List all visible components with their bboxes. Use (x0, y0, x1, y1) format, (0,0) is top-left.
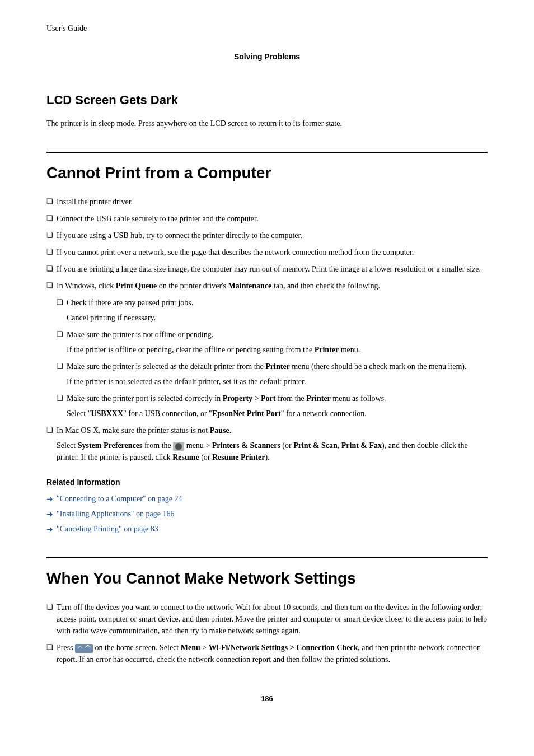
related-heading: Related Information (46, 477, 488, 488)
bold-text: Resume Printer (212, 453, 265, 461)
text: Select (57, 441, 78, 450)
list-item: If you are using a USB hub, try to conne… (46, 230, 488, 241)
bold-text: EpsonNet Print Port (212, 409, 281, 418)
text: menu. (339, 346, 360, 354)
text: . (229, 426, 232, 435)
bold-text: Wi-Fi/Network Settings > Connection Chec… (209, 643, 358, 652)
apple-menu-icon (173, 442, 184, 451)
section1-heading: LCD Screen Gets Dark (46, 91, 488, 109)
text: menu as follows. (331, 394, 386, 403)
section2-list: Install the printer driver. Connect the … (46, 196, 488, 463)
list-item: Make sure the printer is not offline or … (57, 329, 488, 356)
text: Make sure the printer port is selected c… (67, 394, 223, 403)
list-item: Make sure the printer is selected as the… (57, 361, 488, 388)
related-list: "Connecting to a Computer" on page 24 "I… (46, 493, 488, 535)
bold-text: Port (261, 394, 275, 403)
list-item: In Mac OS X, make sure the printer statu… (46, 424, 488, 463)
sub-text: Select System Preferences from the menu … (57, 440, 488, 463)
list-item: Check if there are any paused print jobs… (57, 297, 488, 324)
list-item: If you are printing a large data size im… (46, 263, 488, 275)
bold-text: Resume (172, 453, 199, 461)
text: from the (142, 441, 173, 450)
sub-text: Cancel printing if necessary. (67, 312, 488, 324)
related-link-item: "Connecting to a Computer" on page 24 (46, 493, 488, 505)
bold-text: Print & Fax (341, 441, 382, 450)
list-item: If you cannot print over a network, see … (46, 246, 488, 258)
related-link[interactable]: "Connecting to a Computer" on page 24 (57, 494, 182, 503)
text: menu (there should be a check mark on th… (290, 362, 467, 371)
list-item: Turn off the devices you want to connect… (46, 601, 488, 637)
section1-body: The printer is in sleep mode. Press anyw… (46, 118, 488, 129)
bold-text: Printer (265, 362, 290, 371)
text: > (200, 643, 209, 652)
text: (or (199, 453, 212, 461)
text: on the home screen. Select (93, 643, 181, 652)
related-link-item: "Installing Applications" on page 166 (46, 508, 488, 520)
text: If the printer is offline or pending, cl… (67, 346, 315, 354)
section3-list: Turn off the devices you want to connect… (46, 601, 488, 665)
text: ). (265, 453, 269, 461)
bold-text: USBXXX (91, 409, 123, 418)
text: Make sure the printer is not offline or … (67, 330, 213, 339)
list-item: Press on the home screen. Select Menu > … (46, 642, 488, 665)
list-item: Make sure the printer port is selected c… (57, 393, 488, 419)
section3-heading: When You Cannot Make Network Settings (46, 557, 488, 590)
related-link[interactable]: "Canceling Printing" on page 83 (57, 525, 158, 533)
text: In Mac OS X, make sure the printer statu… (57, 426, 210, 435)
sub-text: If the printer is offline or pending, cl… (67, 344, 488, 356)
text: " for a network connection. (281, 409, 367, 418)
header-center: Solving Problems (46, 51, 488, 63)
bold-text: Printers & Scanners (212, 441, 280, 450)
inner-list: Check if there are any paused print jobs… (57, 297, 488, 419)
bold-text: Pause (210, 426, 229, 435)
text: In Windows, click (57, 282, 116, 290)
text: Select " (67, 409, 91, 418)
text: from the (275, 394, 306, 403)
text: " for a USB connection, or " (123, 409, 212, 418)
text: , (338, 441, 341, 450)
text: menu > (184, 441, 212, 450)
text: Press (57, 643, 75, 652)
bold-text: Print & Scan (293, 441, 338, 450)
bold-text: Printer (306, 394, 331, 403)
list-item: In Windows, click Print Queue on the pri… (46, 280, 488, 419)
bold-text: Printer (315, 346, 339, 354)
page-number: 186 (46, 693, 488, 704)
related-link-item: "Canceling Printing" on page 83 (46, 523, 488, 535)
section2-heading: Cannot Print from a Computer (46, 152, 488, 185)
text: tab, and then check the following. (271, 282, 380, 290)
list-item: Connect the USB cable securely to the pr… (46, 213, 488, 225)
sub-text: If the printer is not selected as the de… (67, 376, 488, 388)
wifi-network-icon (75, 644, 93, 653)
text: Make sure the printer is selected as the… (67, 362, 265, 371)
related-link[interactable]: "Installing Applications" on page 166 (57, 510, 175, 518)
bold-text: Property (223, 394, 252, 403)
bold-text: Print Queue (116, 282, 157, 290)
bold-text: System Preferences (78, 441, 143, 450)
list-item: Install the printer driver. (46, 196, 488, 208)
text: (or (280, 441, 293, 450)
text: Check if there are any paused print jobs… (67, 298, 193, 307)
header-top: User's Guide (46, 22, 488, 34)
sub-text: Select "USBXXX" for a USB connection, or… (67, 408, 488, 419)
bold-text: Maintenance (228, 282, 272, 290)
text: > (252, 394, 261, 403)
text: on the printer driver's (157, 282, 228, 290)
bold-text: Menu (181, 643, 200, 652)
